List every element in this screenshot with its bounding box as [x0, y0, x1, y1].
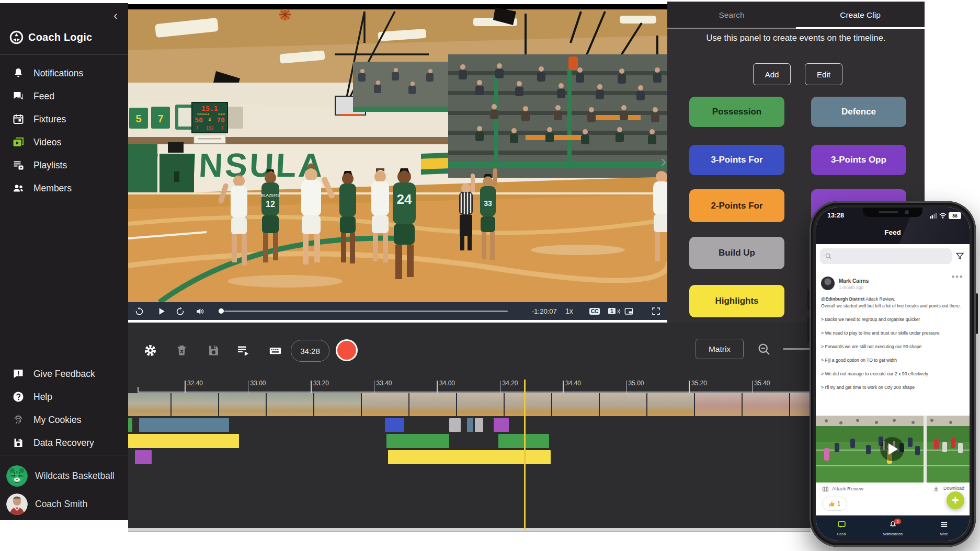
sidebar-item-team[interactable]: Wildcats Basketball	[6, 465, 115, 487]
sidebar-item-user[interactable]: Coach Smith	[6, 493, 87, 515]
forward-button[interactable]	[175, 302, 185, 320]
filmstrip-scrubber[interactable]	[128, 393, 811, 416]
matrix-button[interactable]: Matrix	[696, 339, 744, 359]
sidebar-item-data-recovery[interactable]: Data Recovery	[0, 431, 128, 454]
status-icons: 86	[930, 212, 961, 219]
ruler-tick	[689, 381, 690, 393]
clip-bar-green[interactable]	[128, 418, 132, 432]
divider	[0, 54, 128, 55]
clip-bar-steel[interactable]	[467, 418, 473, 432]
nav-chat-icon	[837, 520, 846, 531]
playback-speed-button[interactable]: 1x	[565, 302, 573, 320]
pip-button[interactable]	[624, 302, 634, 320]
sidebar-item-fixtures[interactable]: Fixtures	[0, 108, 128, 131]
settings-button[interactable]	[142, 342, 158, 358]
svg-text:PENINSULA: PENINSULA	[197, 113, 209, 116]
ruler-tick-label: 34.00	[439, 380, 455, 387]
app-logo[interactable]: Coach Logic	[9, 30, 92, 44]
replay-button[interactable]	[134, 302, 144, 320]
phone-mockup: 13:28 86 Feed ●●● Mark Cairns	[810, 201, 976, 547]
seek-handle[interactable]	[219, 308, 224, 314]
clip-bar-purple[interactable]	[494, 418, 509, 432]
filter-button[interactable]	[955, 251, 964, 260]
angle-arcs-icon	[617, 306, 621, 316]
panel-instruction: Use this panel to create events on the t…	[667, 33, 925, 43]
sidebar-item-feed[interactable]: Feed	[0, 85, 128, 108]
post-mention[interactable]: @Edinburgh District	[821, 296, 864, 302]
sidebar-item-give-feedback[interactable]: Give Feedback	[0, 362, 128, 385]
seek-bar[interactable]	[224, 311, 508, 312]
playhead[interactable]	[524, 380, 526, 530]
svg-text:152: 152	[206, 126, 214, 131]
clip-bar-purple[interactable]	[135, 450, 152, 464]
event-button-build-up[interactable]: Build Up	[689, 237, 784, 269]
sidebar-item-my-cookies[interactable]: My Cookies	[0, 408, 128, 431]
timeline-ruler[interactable]	[138, 392, 811, 393]
post-body: @Edinburgh District Attack Review.Overal…	[821, 296, 966, 398]
event-button-highlights[interactable]: Highlights	[689, 285, 784, 317]
delete-icon	[175, 343, 189, 358]
sidebar-item-videos[interactable]: Videos	[0, 131, 128, 154]
post-menu-button[interactable]: ●●●	[951, 273, 963, 279]
zoom-out-button[interactable]	[757, 342, 771, 357]
save-button[interactable]	[206, 342, 221, 358]
playlist-add-button[interactable]	[235, 342, 250, 358]
phone-nav-notifications[interactable]: 5Notifications	[867, 515, 918, 541]
tab-create-clip[interactable]: Create Clip	[796, 2, 925, 29]
ruler-tick-label: 35.20	[691, 380, 707, 387]
phone-search-input[interactable]	[820, 248, 952, 264]
video-card-title[interactable]: Attack Review	[832, 486, 863, 491]
phone-nav-label: More	[940, 532, 948, 536]
svg-text:7: 7	[196, 126, 199, 131]
calendar-icon	[12, 112, 25, 126]
clip-bar-steel[interactable]	[139, 418, 229, 432]
event-button-3-points-opp[interactable]: 3-Points Opp	[811, 145, 906, 175]
banner-number: 5	[135, 113, 141, 124]
event-button-2-points-for[interactable]: 2-Points For	[689, 189, 784, 222]
clip-bar-blue[interactable]	[385, 418, 404, 432]
sidebar-item-label: Notifications	[33, 68, 83, 79]
panel-collapse-handle[interactable]: ›	[660, 151, 666, 171]
add-button[interactable]: Add	[753, 63, 791, 85]
keyboard-icon	[268, 343, 282, 358]
sidebar-item-label: Feed	[33, 91, 54, 102]
filmstrip-thumb	[505, 393, 551, 416]
clip-bar-yellow[interactable]	[388, 450, 551, 464]
clip-bar-gray[interactable]	[449, 418, 461, 432]
ruler-tick	[752, 381, 753, 393]
sidebar-item-notifications[interactable]: Notifications	[0, 62, 128, 85]
timeline-scrollbar[interactable]	[128, 528, 811, 532]
clip-bar-gray[interactable]	[475, 418, 483, 432]
video-surface[interactable]: 5 7 15.1 PENINSULA GUEST 50 4 70 7 152 7	[128, 4, 668, 302]
phone-nav-more[interactable]: More	[918, 515, 970, 541]
record-button[interactable]	[336, 339, 358, 361]
edit-button[interactable]: Edit	[805, 63, 842, 85]
bell-icon	[12, 66, 25, 80]
camera-angle-button[interactable]: 1	[608, 302, 621, 320]
fullscreen-button[interactable]	[651, 302, 661, 320]
clip-bar-green[interactable]	[386, 434, 449, 448]
post-avatar	[821, 277, 835, 290]
clip-bar-yellow[interactable]	[128, 434, 239, 448]
angle-icon: 1	[608, 308, 616, 314]
play-button[interactable]	[156, 302, 166, 320]
event-button-defence[interactable]: Defence	[811, 97, 906, 127]
create-post-fab[interactable]: +	[947, 491, 964, 509]
keyboard-button[interactable]	[267, 342, 283, 358]
post-video-thumbnail[interactable]	[816, 416, 970, 483]
like-pill[interactable]: 1	[822, 497, 847, 511]
tab-search[interactable]: Search	[667, 2, 796, 29]
download-button[interactable]: Download	[943, 486, 964, 491]
sidebar-item-help[interactable]: Help	[0, 385, 128, 408]
sidebar-item-playlists[interactable]: Playlists	[0, 154, 128, 177]
sidebar-item-members[interactable]: Members	[0, 177, 128, 200]
volume-button[interactable]	[195, 302, 205, 320]
timeline-zoom-slider[interactable]	[783, 348, 810, 350]
event-button-3-points-for[interactable]: 3-Points For	[689, 145, 784, 175]
captions-button[interactable]: CC	[589, 302, 600, 320]
sidebar-collapse-icon[interactable]: ‹	[113, 9, 118, 22]
event-button-possession[interactable]: Possession	[689, 97, 784, 127]
volume-icon	[195, 306, 205, 316]
delete-button[interactable]	[174, 342, 189, 358]
phone-nav-feed[interactable]: Feed	[816, 515, 867, 541]
